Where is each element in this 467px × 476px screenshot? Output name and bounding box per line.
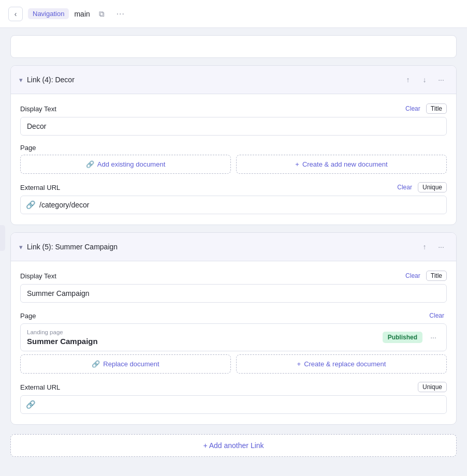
link4-url-clear-btn[interactable]: Clear (395, 183, 415, 192)
link5-display-text-label-row: Display Text Clear Title (20, 271, 447, 281)
link5-doc-right: Published ··· (383, 331, 440, 344)
link4-url-label: External URL (20, 184, 60, 191)
link5-up-icon[interactable]: ↑ (418, 240, 431, 254)
link5-url-label-row: External URL Unique (20, 382, 447, 392)
link4-link-icon: 🔗 (86, 160, 94, 168)
link5-doc-more-icon[interactable]: ··· (427, 331, 440, 344)
link5-title: Link (5): Summer Campaign (27, 243, 414, 251)
link4-add-existing-btn[interactable]: 🔗 Add existing document (20, 155, 231, 174)
link4-create-new-btn[interactable]: + Create & add new document (236, 155, 447, 174)
link4-body: Display Text Clear Title Page 🔗 Add exis… (11, 94, 456, 225)
link5-create-plus-icon: + (297, 360, 301, 368)
link5-create-replace-btn[interactable]: + Create & replace document (236, 354, 447, 374)
link4-up-icon[interactable]: ↑ (401, 73, 415, 86)
link5-url-label: External URL (20, 383, 60, 391)
topbar: ‹ Navigation main ⧉ ··· (0, 0, 467, 28)
link4-chevron[interactable]: ▾ (19, 76, 23, 84)
link4-page-buttons: 🔗 Add existing document + Create & add n… (20, 155, 447, 174)
link5-more-icon[interactable]: ··· (434, 240, 448, 254)
link4-title: Link (4): Decor (27, 76, 397, 84)
main-label: main (74, 10, 90, 18)
link4-page-group: Page 🔗 Add existing document + Create & … (20, 144, 447, 174)
link5-replace-btn[interactable]: 🔗 Replace document (20, 354, 231, 374)
link4-url-label-row: External URL Clear Unique (20, 182, 447, 192)
link4-display-text-actions: Clear Title (403, 103, 447, 114)
link5-replace-label: Replace document (103, 360, 159, 368)
link4-add-existing-label: Add existing document (97, 160, 166, 168)
copy-icon[interactable]: ⧉ (95, 7, 109, 21)
main-content: ▾ Link (4): Decor ↑ ↓ ··· Display Text C… (0, 28, 467, 467)
link5-body: Display Text Clear Title Page Clear Land… (11, 261, 456, 424)
link4-title-btn[interactable]: Title (426, 103, 447, 114)
link4-more-icon[interactable]: ··· (434, 73, 448, 86)
nav-label: Navigation (28, 8, 69, 19)
status-badge: Published (383, 332, 422, 343)
link4-plus-icon: + (295, 160, 299, 168)
link5-display-text-group: Display Text Clear Title (20, 271, 447, 303)
link5-url-input-wrap: 🔗 (20, 395, 447, 414)
link4-display-text-input[interactable] (20, 117, 447, 136)
link5-header-actions: ↑ ··· (418, 240, 448, 254)
link5-display-text-input[interactable] (20, 284, 447, 303)
link4-url-input[interactable] (39, 196, 441, 214)
link5-clear-btn[interactable]: Clear (403, 271, 423, 280)
link4-url-actions: Clear Unique (395, 182, 447, 192)
link4-header: ▾ Link (4): Decor ↑ ↓ ··· (11, 66, 456, 94)
link4-display-text-group: Display Text Clear Title (20, 103, 447, 136)
link5-title-btn[interactable]: Title (426, 271, 447, 281)
link4-header-actions: ↑ ↓ ··· (401, 73, 448, 86)
link4-url-group: External URL Clear Unique 🔗 (20, 182, 447, 214)
more-icon[interactable]: ··· (114, 7, 127, 21)
link4-url-icon: 🔗 (26, 200, 36, 210)
link5-header: ▾ Link (5): Summer Campaign ↑ ··· (11, 233, 456, 261)
link4-url-unique-btn[interactable]: Unique (418, 182, 447, 192)
left-bump (0, 225, 5, 251)
link5-url-actions: Unique (418, 382, 447, 392)
link5-replace-buttons: 🔗 Replace document + Create & replace do… (20, 354, 447, 374)
link5-page-label: Page (20, 312, 36, 320)
add-link-button[interactable]: + Add another Link (10, 434, 457, 457)
link5-url-group: External URL Unique 🔗 (20, 382, 447, 414)
link5-card: ▾ Link (5): Summer Campaign ↑ ··· Displa… (10, 232, 457, 425)
link4-page-label: Page (20, 144, 36, 152)
link4-create-new-label: Create & add new document (302, 160, 388, 168)
link5-doc-title: Summer Campaign (27, 337, 98, 346)
link4-card: ▾ Link (4): Decor ↑ ↓ ··· Display Text C… (10, 65, 457, 225)
link4-url-input-wrap: 🔗 (20, 196, 447, 214)
link5-url-icon: 🔗 (26, 400, 36, 409)
partial-bar (10, 35, 457, 58)
link4-page-label-row: Page (20, 144, 447, 152)
link4-display-text-label-row: Display Text Clear Title (20, 103, 447, 114)
link5-display-text-label: Display Text (20, 272, 56, 280)
link5-display-text-actions: Clear Title (403, 271, 447, 281)
link5-create-replace-label: Create & replace document (304, 360, 386, 368)
link4-down-icon[interactable]: ↓ (418, 73, 431, 86)
link5-doc-left: Landing page Summer Campaign (27, 329, 98, 346)
link5-page-clear-btn[interactable]: Clear (427, 311, 447, 320)
link5-replace-link-icon: 🔗 (92, 360, 100, 368)
link5-page-group: Page Clear Landing page Summer Campaign … (20, 311, 447, 374)
link5-doc-type: Landing page (27, 329, 98, 335)
link5-url-unique-btn[interactable]: Unique (418, 382, 447, 392)
link4-clear-btn[interactable]: Clear (403, 104, 423, 113)
link5-page-label-row: Page Clear (20, 311, 447, 320)
link4-display-text-label: Display Text (20, 105, 56, 113)
link5-doc-card: Landing page Summer Campaign Published ·… (20, 323, 447, 351)
link5-url-input[interactable] (39, 396, 441, 413)
link5-chevron[interactable]: ▾ (19, 243, 23, 251)
back-button[interactable]: ‹ (8, 7, 23, 21)
